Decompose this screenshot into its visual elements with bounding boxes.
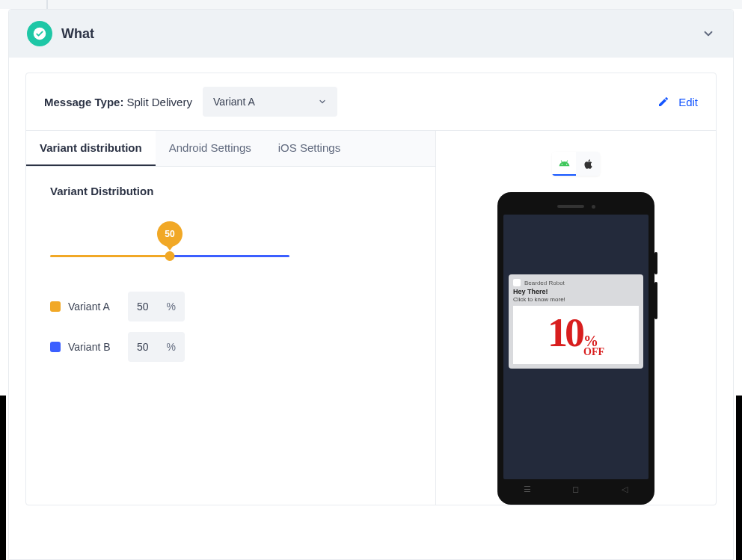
notification-header: Bearded Robot xyxy=(513,279,639,286)
top-background xyxy=(0,0,742,9)
section-card: What Message Type: Split Delivery Varian… xyxy=(8,9,734,560)
card-body: Variant distribution Android Settings iO… xyxy=(26,130,716,505)
variant-row-b: Variant B 50 % xyxy=(50,332,411,362)
phone-preview: Bearded Robot Hey There! Click to know m… xyxy=(497,192,654,505)
phone-side-button xyxy=(654,252,657,274)
message-type-label: Message Type: xyxy=(44,96,123,108)
variant-select-value: Variant A xyxy=(213,96,255,108)
variant-b-label: Variant B xyxy=(68,341,128,353)
ios-preview-button[interactable] xyxy=(576,152,600,176)
preview-column: Bearded Robot Hey There! Click to know m… xyxy=(436,130,716,505)
distribution-panel: Variant Distribution 50 Variant A xyxy=(26,167,435,390)
notification-image: 10 % OFF xyxy=(513,306,639,364)
distribution-title: Variant Distribution xyxy=(50,185,411,197)
promo-off: OFF xyxy=(583,348,604,357)
variant-select[interactable]: Variant A xyxy=(203,87,337,117)
page-edge-right xyxy=(736,396,742,560)
phone-screen: Bearded Robot Hey There! Click to know m… xyxy=(503,215,649,479)
variant-b-value: 50 xyxy=(137,341,159,353)
section-title: What xyxy=(61,26,702,42)
os-toggle xyxy=(552,152,600,176)
tab-distribution[interactable]: Variant distribution xyxy=(26,131,156,166)
page-edge-left xyxy=(0,396,6,560)
edit-button[interactable]: Edit xyxy=(657,96,698,108)
variant-b-unit: % xyxy=(167,341,176,353)
section-content: Message Type: Split Delivery Variant A E… xyxy=(9,58,733,505)
check-badge xyxy=(27,21,52,46)
notification-preview: Bearded Robot Hey There! Click to know m… xyxy=(509,274,643,369)
variant-a-input[interactable]: 50 % xyxy=(128,292,185,321)
slider-fill-b xyxy=(170,255,289,257)
nav-home-icon: ◻ xyxy=(572,486,579,493)
notification-title: Hey There! xyxy=(513,288,639,295)
phone-camera xyxy=(592,205,595,209)
nav-back-icon: ◁ xyxy=(621,486,628,493)
promo-number: 10 xyxy=(548,313,582,353)
notification-app-icon xyxy=(513,279,521,286)
phone-nav-bar: ☰ ◻ ◁ xyxy=(503,479,649,499)
chevron-down-icon xyxy=(318,97,327,106)
variant-a-value: 50 xyxy=(137,301,159,313)
variant-a-swatch xyxy=(50,301,61,312)
slider-value-bubble: 50 xyxy=(157,221,183,247)
message-type-value: Split Delivery xyxy=(126,96,192,108)
card-top-row: Message Type: Split Delivery Variant A E… xyxy=(26,73,716,130)
variant-a-unit: % xyxy=(167,301,176,313)
pencil-icon xyxy=(657,96,669,108)
phone-side-button xyxy=(654,282,657,319)
section-header[interactable]: What xyxy=(9,10,733,58)
variant-a-label: Variant A xyxy=(68,301,128,313)
variant-row-a: Variant A 50 % xyxy=(50,292,411,321)
variant-b-input[interactable]: 50 % xyxy=(128,332,185,362)
tab-ios[interactable]: iOS Settings xyxy=(265,131,354,166)
promo-suffix: % OFF xyxy=(583,334,604,357)
notification-app-name: Bearded Robot xyxy=(524,280,565,286)
variant-b-swatch xyxy=(50,342,61,352)
distribution-slider[interactable]: 50 xyxy=(50,226,289,271)
top-divider xyxy=(46,0,48,9)
phone-top xyxy=(503,198,649,215)
slider-fill-a xyxy=(50,255,170,257)
chevron-down-icon[interactable] xyxy=(702,27,715,40)
tabs: Variant distribution Android Settings iO… xyxy=(26,131,435,167)
slider-handle[interactable] xyxy=(165,251,175,261)
apple-icon xyxy=(583,159,594,170)
phone-speaker xyxy=(557,205,584,208)
android-preview-button[interactable] xyxy=(552,152,576,176)
edit-label: Edit xyxy=(678,96,698,108)
android-icon xyxy=(559,158,570,169)
promo-graphic: 10 % OFF xyxy=(548,313,604,357)
tab-android[interactable]: Android Settings xyxy=(156,131,265,166)
settings-column: Variant distribution Android Settings iO… xyxy=(26,130,436,505)
notification-body: Click to know more! xyxy=(513,296,639,303)
inner-card: Message Type: Split Delivery Variant A E… xyxy=(25,73,717,505)
check-icon xyxy=(33,27,46,40)
nav-menu-icon: ☰ xyxy=(524,486,531,493)
